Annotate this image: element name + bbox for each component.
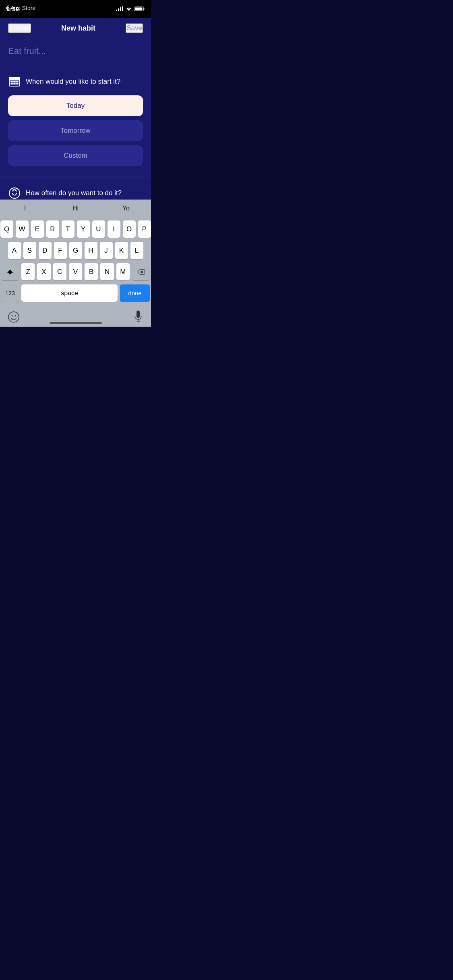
input-divider bbox=[0, 63, 151, 63]
start-section: When would you like to start it? Today T… bbox=[0, 71, 151, 173]
keyboard-area: I Hi Yo Q W E R T Y U I O P bbox=[0, 200, 151, 327]
suggestions-row: I Hi Yo bbox=[0, 200, 151, 217]
svg-point-6 bbox=[15, 315, 16, 317]
key-V[interactable]: V bbox=[69, 263, 82, 280]
key-H[interactable]: H bbox=[85, 242, 97, 259]
key-P[interactable]: P bbox=[138, 220, 151, 238]
shift-key[interactable] bbox=[1, 263, 19, 280]
mic-icon[interactable] bbox=[133, 311, 143, 325]
keyboard-keys: Q W E R T Y U I O P A S D F G H J bbox=[0, 217, 151, 307]
key-K[interactable]: K bbox=[115, 242, 128, 259]
key-T[interactable]: T bbox=[62, 220, 74, 238]
start-section-title: When would you like to start it? bbox=[26, 78, 120, 86]
key-row-2: A S D F G H J K L bbox=[1, 242, 150, 259]
save-button[interactable]: Save bbox=[126, 23, 143, 33]
key-Z[interactable]: Z bbox=[21, 263, 35, 280]
key-A[interactable]: A bbox=[8, 242, 21, 259]
emoji-icon[interactable] bbox=[8, 311, 19, 324]
suggestion-Yo[interactable]: Yo bbox=[101, 200, 151, 217]
delete-key[interactable] bbox=[132, 263, 150, 280]
key-L[interactable]: L bbox=[130, 242, 143, 259]
tomorrow-option[interactable]: Tomorrow bbox=[8, 120, 143, 141]
svg-rect-1 bbox=[144, 8, 145, 10]
key-row-1: Q W E R T Y U I O P bbox=[1, 220, 150, 238]
wifi-icon bbox=[126, 6, 132, 11]
svg-rect-2 bbox=[135, 8, 143, 10]
habit-input-area bbox=[0, 38, 151, 63]
key-row-3: Z X C V B N M bbox=[1, 263, 150, 280]
page-title: New habit bbox=[61, 24, 95, 33]
repeat-icon bbox=[8, 187, 21, 200]
key-E[interactable]: E bbox=[31, 220, 44, 238]
habit-name-input[interactable] bbox=[8, 46, 143, 56]
num-key[interactable]: 123 bbox=[1, 284, 19, 302]
suggestion-I[interactable]: I bbox=[0, 200, 50, 217]
key-S[interactable]: S bbox=[23, 242, 36, 259]
often-section-title: How often do you want to do it? bbox=[26, 189, 122, 197]
back-label: App Store bbox=[10, 5, 35, 11]
key-row-4: 123 space done bbox=[1, 284, 150, 302]
key-Q[interactable]: Q bbox=[0, 220, 13, 238]
home-indicator bbox=[50, 322, 102, 324]
custom-option[interactable]: Custom bbox=[8, 145, 143, 166]
key-R[interactable]: R bbox=[46, 220, 59, 238]
suggestion-Hi[interactable]: Hi bbox=[50, 200, 100, 217]
key-M[interactable]: M bbox=[116, 263, 130, 280]
section-divider bbox=[0, 177, 151, 177]
app-area: Cancel New habit Save When would you lik… bbox=[0, 18, 151, 327]
often-section-header: How often do you want to do it? bbox=[8, 187, 143, 200]
key-X[interactable]: X bbox=[37, 263, 50, 280]
back-nav[interactable]: App Store bbox=[6, 5, 35, 11]
status-icons bbox=[116, 6, 145, 11]
done-key[interactable]: done bbox=[120, 284, 150, 302]
svg-point-5 bbox=[12, 315, 13, 317]
start-options: Today Tomorrow Custom bbox=[8, 95, 143, 166]
svg-rect-7 bbox=[137, 311, 140, 318]
key-W[interactable]: W bbox=[16, 220, 29, 238]
key-C[interactable]: C bbox=[53, 263, 66, 280]
battery-icon bbox=[134, 6, 145, 11]
key-F[interactable]: F bbox=[54, 242, 67, 259]
cancel-button[interactable]: Cancel bbox=[8, 23, 31, 33]
space-key[interactable]: space bbox=[21, 284, 118, 302]
signal-icon bbox=[116, 6, 123, 11]
key-J[interactable]: J bbox=[100, 242, 113, 259]
key-O[interactable]: O bbox=[123, 220, 136, 238]
calendar-icon bbox=[8, 75, 21, 88]
svg-point-4 bbox=[8, 312, 19, 322]
key-U[interactable]: U bbox=[92, 220, 105, 238]
start-section-header: When would you like to start it? bbox=[8, 75, 143, 88]
key-I[interactable]: I bbox=[108, 220, 120, 238]
key-G[interactable]: G bbox=[69, 242, 82, 259]
key-B[interactable]: B bbox=[85, 263, 98, 280]
back-icon bbox=[6, 5, 9, 11]
key-N[interactable]: N bbox=[100, 263, 114, 280]
key-Y[interactable]: Y bbox=[77, 220, 90, 238]
key-D[interactable]: D bbox=[39, 242, 52, 259]
today-option[interactable]: Today bbox=[8, 95, 143, 116]
nav-bar: Cancel New habit Save bbox=[0, 18, 151, 38]
